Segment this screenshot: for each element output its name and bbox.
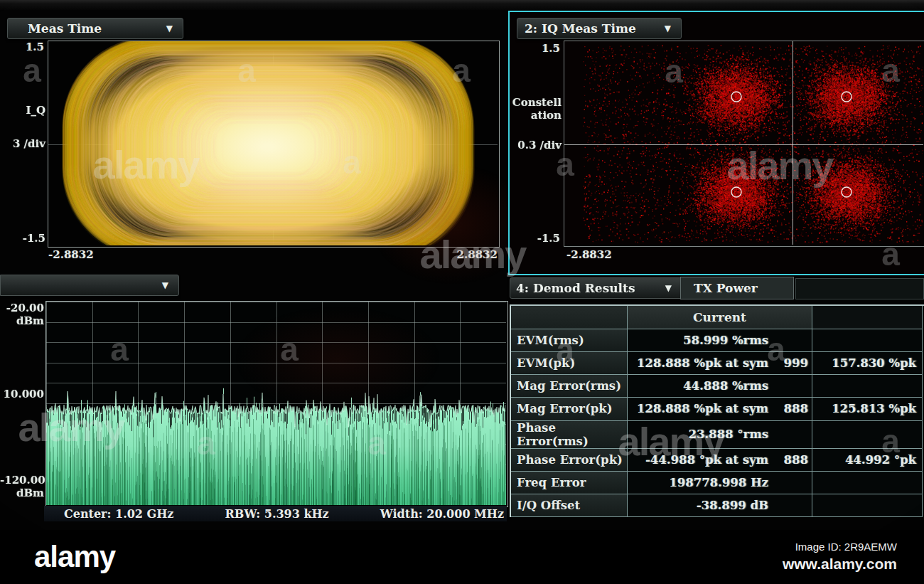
tab-blank[interactable]	[795, 278, 924, 299]
p1-scale-label: 3 /div	[1, 138, 45, 149]
p1-x-min-label: -2.8832	[48, 249, 94, 260]
header-cell-blank	[511, 306, 628, 329]
row-label: Freq Error	[511, 472, 628, 494]
row-peak-value	[812, 472, 923, 494]
trace2-measurement-selector[interactable]: 2: IQ Meas Time ▼	[517, 18, 682, 39]
row-peak-value	[812, 421, 923, 449]
alamy-url-label: www.alamy.com	[783, 554, 897, 574]
table-row: Phase Error(pk)-44.988 °pk at sym88844.9…	[511, 449, 924, 472]
sym-index: 888	[768, 453, 808, 467]
image-id-label: Image ID: 2R9AEMW	[783, 540, 897, 554]
spectrum-footer-bar: Center: 1.02 GHz RBW: 5.393 kHz Width: 2…	[44, 506, 507, 521]
row-label: Phase Error(pk)	[511, 449, 628, 472]
demod-results-table: Current EVM(rms)58.999 %rms EVM(pk)128.8…	[510, 304, 924, 517]
trace1-title: Meas Time	[28, 21, 102, 36]
center-frequency-label: Center: 1.02 GHz	[44, 507, 173, 521]
tab-tx-power[interactable]: TX Power	[680, 277, 794, 299]
row-current-value: -38.899 dB	[628, 494, 812, 517]
sym-index: 999	[768, 356, 808, 370]
column-header-current: Current	[628, 306, 812, 329]
row-current-value: 128.888 %pk at sym888	[628, 398, 812, 420]
row-peak-value: 125.813 %pk	[812, 398, 923, 420]
spectrum-plot-frame[interactable]	[45, 301, 508, 507]
row-peak-value	[812, 329, 923, 352]
table-row: I/Q Offset-38.899 dB	[511, 494, 924, 517]
table-header-row: Current	[511, 306, 924, 329]
chevron-down-icon: ▼	[162, 280, 171, 290]
chevron-down-icon: ▼	[665, 283, 675, 293]
p2-y-max-label: 1.5	[510, 43, 560, 54]
iq-trace-plot-frame[interactable]	[48, 41, 500, 248]
alamy-logo: alamy	[34, 540, 115, 574]
rbw-label: RBW: 5.393 kHz	[173, 507, 380, 521]
spectrum-plot[interactable]	[46, 302, 506, 505]
row-current-value: 58.999 %rms	[628, 329, 812, 352]
table-row: Phase Error(rms)23.888 °rms	[511, 421, 924, 449]
header-cell-blank	[812, 306, 923, 329]
p1-y-max-label: 1.5	[1, 41, 44, 53]
row-label: Mag Error(pk)	[511, 398, 628, 420]
row-current-value: 198778.998 Hz	[628, 472, 812, 494]
p3-bottom-value: -120.00	[0, 474, 44, 486]
p2-trace-label-1: Constell	[510, 97, 562, 108]
table-row: Freq Error198778.998 Hz	[511, 472, 924, 494]
p3-bottom-unit: dBm	[0, 487, 44, 499]
constellation-plot[interactable]	[564, 41, 923, 245]
row-current-value: 44.888 %rms	[628, 375, 812, 398]
row-peak-value: 44.992 °pk	[812, 449, 923, 472]
row-current-value: 128.888 %pk at sym999	[628, 352, 812, 375]
p3-scale-per-div: 10.000	[0, 388, 44, 400]
row-current-value: -44.988 °pk at sym888	[628, 449, 812, 472]
alamy-footer-bar: alamy Image ID: 2R9AEMW www.alamy.com	[0, 530, 924, 584]
p1-x-max-label: 2.8832	[426, 249, 498, 260]
table-row: EVM(rms)58.999 %rms	[511, 329, 924, 352]
row-peak-value	[812, 375, 923, 398]
sym-index: 888	[768, 402, 808, 415]
table-row: Mag Error(pk)128.888 %pk at sym888125.81…	[511, 398, 924, 420]
p1-y-min-label: -1.5	[1, 233, 45, 244]
top-strip	[0, 0, 924, 10]
row-label: EVM(pk)	[511, 352, 628, 375]
row-peak-value: 157.830 %pk	[812, 352, 923, 375]
p2-scale-label: 0.3 /div	[510, 139, 562, 151]
p2-x-min-label: -2.8832	[566, 249, 612, 260]
p1-trace-label: I_Q	[1, 105, 45, 116]
trace2-title: 2: IQ Meas Time	[525, 21, 636, 36]
row-label: Mag Error(rms)	[511, 375, 628, 398]
p2-y-min-label: -1.5	[510, 233, 560, 244]
table-row: Mag Error(rms)44.888 %rms	[511, 375, 924, 398]
tab-tx-power-label: TX Power	[694, 281, 758, 295]
watermark-letter: a	[23, 51, 41, 90]
p2-trace-label-2: ation	[510, 110, 562, 121]
trace1-measurement-selector[interactable]: Meas Time ▼	[7, 18, 183, 39]
p3-ref-level-unit: dBm	[0, 315, 44, 326]
trace3-measurement-selector[interactable]: ▼	[0, 275, 179, 296]
row-label: Phase Error(rms)	[511, 421, 628, 449]
row-peak-value	[812, 494, 923, 517]
row-label: I/Q Offset	[511, 494, 628, 517]
trace4-measurement-selector[interactable]: 4: Demod Results ▼	[510, 277, 682, 299]
constellation-plot-frame[interactable]	[564, 41, 924, 247]
chevron-down-icon: ▼	[665, 23, 674, 33]
vector-signal-analyzer-screen: Meas Time ▼ 1.5 I_Q 3 /div -1.5 -2.8832 …	[0, 0, 924, 584]
chevron-down-icon: ▼	[166, 23, 176, 33]
span-width-label: Width: 20.000 MHz	[380, 507, 507, 521]
p3-ref-level-value: -20.00	[0, 302, 44, 314]
iq-trace-plot[interactable]	[48, 41, 498, 245]
trace4-title: 4: Demod Results	[516, 281, 635, 295]
table-row: EVM(pk)128.888 %pk at sym999157.830 %pk	[511, 352, 924, 375]
row-label: EVM(rms)	[511, 329, 628, 352]
row-current-value: 23.888 °rms	[628, 421, 812, 449]
